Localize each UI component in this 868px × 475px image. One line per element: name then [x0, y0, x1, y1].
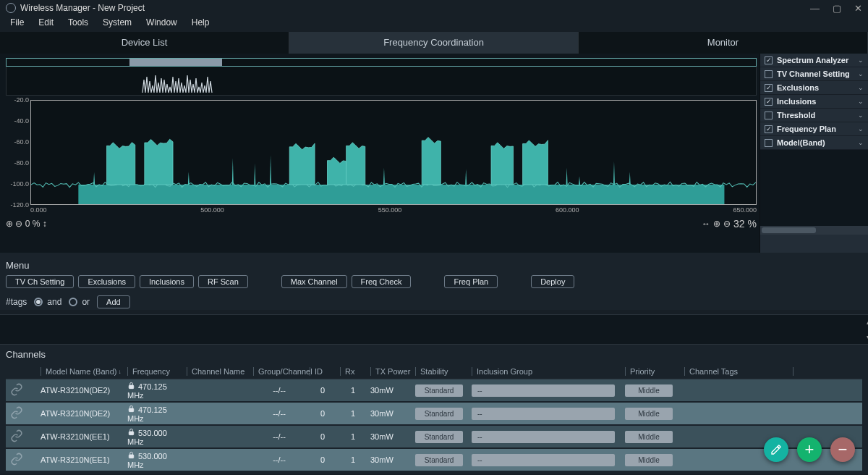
cell-group: --/-- [249, 409, 305, 418]
side-exclusions[interactable]: Exclusions⌄ [760, 81, 868, 95]
side-frequency-plan[interactable]: Frequency Plan⌄ [760, 122, 868, 136]
fab-add-button[interactable]: + [797, 437, 822, 462]
cell-inclusion[interactable]: -- [467, 454, 621, 466]
menu-label: Menu [6, 260, 862, 271]
chevron-down-icon[interactable]: ⌄ [858, 70, 864, 77]
checkbox-icon[interactable] [765, 70, 773, 78]
channel-row[interactable]: ATW-R3210N(EE1) 530.000 MHz --/-- 0 1 30… [6, 426, 862, 447]
cell-inclusion[interactable]: -- [467, 384, 621, 397]
exclusions-button[interactable]: Exclusions [78, 275, 135, 288]
chevron-down-icon[interactable]: ⌄ [858, 139, 864, 146]
cell-inclusion[interactable]: -- [467, 408, 621, 420]
expand-y-icon[interactable]: ↕ [40, 219, 46, 229]
checkbox-icon[interactable] [765, 56, 773, 64]
checkbox-icon[interactable] [765, 98, 773, 106]
cell-txpower: 30mW [366, 386, 411, 395]
tags-or-radio[interactable]: or [69, 297, 90, 307]
cell-stability[interactable]: Standard [411, 431, 467, 443]
side-threshold[interactable]: Threshold⌄ [760, 109, 868, 122]
zoom-in-x-icon[interactable]: ⊕ [713, 219, 720, 229]
zoom-out-x-icon[interactable]: ⊖ [723, 219, 731, 229]
chevron-down-icon[interactable]: ⌄ [858, 98, 864, 105]
rf-scan-button[interactable]: RF Scan [198, 275, 248, 288]
svg-rect-2 [129, 408, 133, 412]
window-title: Wireless Manager - New Project [20, 3, 145, 13]
side-panel: Spectrum Analyzer⌄TV Channel Setting⌄Exc… [760, 54, 868, 253]
side-spectrum-analyzer[interactable]: Spectrum Analyzer⌄ [760, 54, 868, 67]
spectrum-plot[interactable] [30, 100, 757, 205]
channel-row[interactable]: ATW-R3210N(DE2) 470.125 MHz --/-- 0 1 30… [6, 403, 862, 424]
window-maximize-icon[interactable]: ▢ [833, 3, 841, 14]
cell-id: 0 [305, 432, 336, 441]
cell-rx: 1 [336, 455, 366, 464]
channel-row[interactable]: ATW-R3210N(EE1) 530.000 MHz --/-- 0 1 30… [6, 449, 862, 471]
cell-model: ATW-R3210N(DE2) [36, 386, 123, 395]
max-channel-button[interactable]: Max Channel [281, 275, 347, 288]
cell-frequency: 530.000 MHz [123, 428, 182, 446]
svg-rect-0 [78, 185, 724, 205]
link-icon[interactable] [6, 429, 36, 444]
side-inclusions[interactable]: Inclusions⌄ [760, 95, 868, 109]
chevron-down-icon[interactable]: ⌄ [858, 112, 864, 119]
cell-priority[interactable]: Middle [621, 431, 680, 443]
menu-window[interactable]: Window [146, 17, 177, 28]
checkbox-icon[interactable] [765, 84, 773, 92]
side-scrollbar[interactable] [760, 226, 868, 235]
window-minimize-icon[interactable]: — [810, 3, 820, 14]
cell-id: 0 [305, 409, 336, 418]
tab-device-list[interactable]: Device List [0, 32, 289, 54]
cell-stability[interactable]: Standard [411, 454, 467, 466]
cell-priority[interactable]: Middle [621, 384, 680, 397]
inclusions-button[interactable]: Inclusions [140, 275, 194, 288]
menu-help[interactable]: Help [192, 17, 210, 28]
expand-x-icon[interactable]: ↔ [702, 219, 710, 229]
freq-plan-button[interactable]: Freq Plan [444, 275, 498, 288]
zoom-in-y-icon[interactable]: ⊕ [6, 219, 13, 229]
chevron-down-icon[interactable]: ⌄ [858, 56, 864, 64]
cell-stability[interactable]: Standard [411, 408, 467, 420]
menu-edit[interactable]: Edit [38, 17, 54, 28]
chevron-down-icon[interactable]: ⌄ [858, 125, 864, 133]
spectrum-panel: -20.0-40.0-60.0-80.0-100.0-120.0 0.00050… [0, 54, 760, 253]
cell-txpower: 30mW [366, 455, 411, 464]
cell-id: 0 [305, 386, 336, 395]
tags-label: #tags [6, 297, 27, 307]
deploy-button[interactable]: Deploy [531, 275, 574, 288]
window-close-icon[interactable]: ✕ [854, 3, 862, 14]
chevron-down-icon[interactable]: ⌄ [858, 84, 864, 91]
zoom-y-value: 0 % [25, 219, 41, 229]
freq-check-button[interactable]: Freq Check [352, 275, 412, 288]
cell-inclusion[interactable]: -- [467, 431, 621, 443]
tags-and-radio[interactable]: and [34, 297, 61, 307]
menu-tools[interactable]: Tools [68, 17, 88, 28]
zoom-out-y-icon[interactable]: ⊖ [13, 219, 25, 229]
fab-remove-button[interactable]: − [830, 437, 855, 462]
tags-area[interactable]: ▴ ▾ [0, 314, 868, 345]
zoom-x-value: 32 % [733, 218, 757, 230]
tab-monitor[interactable]: Monitor [579, 32, 868, 54]
cell-frequency: 470.125 MHz [123, 382, 182, 400]
cell-priority[interactable]: Middle [621, 454, 680, 466]
link-icon[interactable] [6, 406, 36, 421]
menu-system[interactable]: System [103, 17, 132, 28]
cell-priority[interactable]: Middle [621, 408, 680, 420]
fab-edit-button[interactable] [764, 437, 788, 462]
side-tv-channel-setting[interactable]: TV Channel Setting⌄ [760, 67, 868, 81]
menu-file[interactable]: File [10, 17, 24, 28]
tab-frequency-coordination[interactable]: Frequency Coordination [289, 32, 579, 54]
checkbox-icon[interactable] [765, 125, 773, 133]
overview-bar[interactable] [6, 58, 757, 67]
cell-frequency: 530.000 MHz [123, 451, 182, 469]
tv-ch-setting-button[interactable]: TV Ch Setting [6, 275, 74, 288]
checkbox-icon[interactable] [765, 139, 773, 147]
cell-group: --/-- [249, 455, 305, 464]
checkbox-icon[interactable] [765, 112, 773, 119]
channel-row[interactable]: ATW-R3210N(DE2) 470.125 MHz --/-- 0 1 30… [6, 379, 862, 401]
tags-add-button[interactable]: Add [97, 295, 130, 308]
link-icon[interactable] [6, 383, 36, 398]
cell-stability[interactable]: Standard [411, 384, 467, 397]
svg-rect-1 [129, 385, 133, 389]
link-icon[interactable] [6, 453, 36, 467]
side-model-band-[interactable]: Model(Band)⌄ [760, 136, 868, 150]
main-tab-bar: Device ListFrequency CoordinationMonitor [0, 32, 868, 54]
